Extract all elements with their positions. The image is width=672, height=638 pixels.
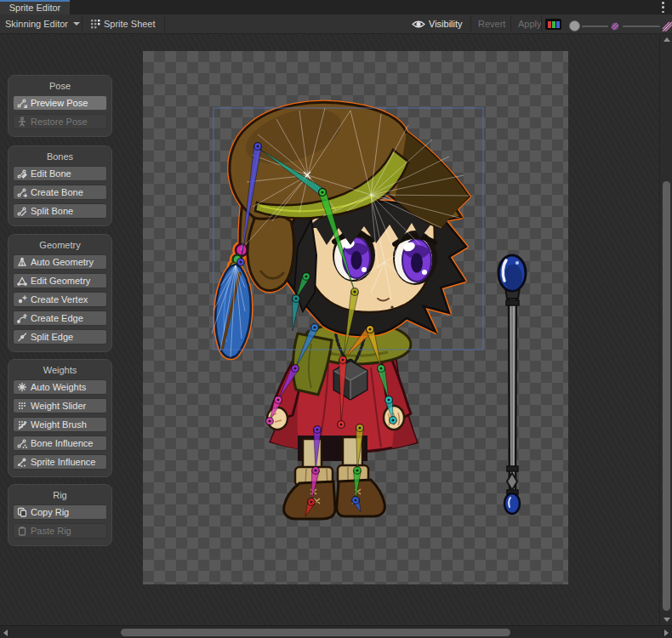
bone-joint-center [314, 469, 316, 471]
bone-color-swatch[interactable] [545, 19, 561, 30]
tool-group-title: Pose [9, 80, 111, 92]
create-edge-button[interactable]: Create Edge [13, 310, 107, 326]
tool-group-pose: PosePreview PoseRestore Pose [8, 75, 112, 137]
revert-button[interactable]: Revert [473, 14, 510, 33]
create-edge-icon [17, 313, 27, 323]
tool-button-label: Restore Pose [31, 117, 88, 127]
edit-geometry-icon [17, 276, 27, 286]
copy-rig-icon [17, 507, 27, 517]
tool-group-title: Weights [9, 364, 111, 376]
tool-button-label: Create Vertex [31, 294, 88, 305]
bone-joint-center [379, 367, 382, 369]
split-bone-button[interactable]: Split Bone [13, 203, 107, 219]
create-vertex-button[interactable]: Create Vertex [13, 292, 107, 307]
tab-sprite-editor[interactable]: Sprite Editor [0, 0, 70, 14]
auto-weights-icon [17, 382, 27, 392]
skinning-editor-dropdown[interactable]: Skinning Editor [0, 14, 85, 33]
sprite-influence-button[interactable]: Sprite Influence [13, 454, 107, 470]
edit-bone-button[interactable]: Edit Bone [13, 166, 107, 181]
staff-sprite[interactable] [498, 255, 526, 514]
split-bone-icon [17, 206, 27, 216]
auto-geometry-icon [17, 257, 27, 267]
tool-button-label: Preview Pose [31, 98, 88, 108]
tool-button-label: Weight Brush [31, 419, 87, 430]
bone-influence-button[interactable]: Bone Influence [13, 436, 107, 451]
weight-slider-icon [17, 401, 27, 411]
weight-slider-button[interactable]: Weight Slider [13, 398, 107, 413]
sprite-sheet-icon [90, 19, 100, 29]
auto-geometry-button[interactable]: Auto Geometry [13, 254, 107, 270]
vertical-scrollbar[interactable] [659, 34, 672, 625]
visibility-label: Visibility [429, 19, 463, 29]
eye-icon [412, 20, 425, 29]
tool-group-rig: RigCopy RigPaste Rig [8, 484, 112, 546]
tab-strip: Sprite Editor [0, 0, 672, 14]
bone-joint-center [313, 326, 316, 328]
chevron-down-icon [73, 22, 80, 26]
tool-group-geometry: GeometryAuto GeometryEdit GeometryCreate… [8, 234, 112, 352]
edit-bone-icon [17, 168, 27, 179]
toolbar: Skinning Editor Sprite Sheet Visibility … [0, 14, 672, 34]
tool-group-weights: WeightsAuto WeightsWeight SliderWeight B… [8, 359, 112, 477]
auto-weights-button[interactable]: Auto Weights [13, 379, 107, 395]
edit-geometry-button[interactable]: Edit Geometry [13, 273, 107, 288]
sprite-editor-window: Sprite Editor Skinning Editor Sprite She… [0, 0, 672, 638]
weight-brush-button[interactable]: Weight Brush [13, 417, 107, 432]
tool-group-title: Bones [9, 151, 111, 162]
bone-influence-icon [17, 438, 27, 448]
copy-rig-button[interactable]: Copy Rig [13, 504, 107, 520]
kebab-menu-icon[interactable] [662, 2, 665, 13]
create-vertex-icon [17, 294, 27, 305]
bone-joint-center [354, 498, 356, 501]
split-edge-button[interactable]: Split Edge [13, 329, 107, 345]
skinning-editor-canvas[interactable]: PosePreview PoseRestore PoseBonesEdit Bo… [0, 34, 659, 625]
tool-button-label: Edit Geometry [31, 276, 90, 286]
paste-rig-icon [17, 526, 27, 536]
bone-joint-center [316, 428, 318, 430]
preview-pose-button[interactable]: Preview Pose [13, 95, 107, 111]
mesh-opacity-slider-track[interactable] [623, 26, 660, 27]
bone-opacity-slider-track[interactable] [582, 26, 608, 27]
bone-joint-center [387, 398, 390, 401]
split-edge-icon [17, 332, 27, 342]
bone-joint-center [368, 328, 371, 330]
bone-joint-center [268, 419, 271, 422]
sprite-stage[interactable] [143, 51, 568, 584]
horizontal-scrollbar[interactable] [0, 625, 672, 638]
create-bone-icon [17, 187, 27, 197]
visibility-button[interactable]: Visibility [407, 14, 468, 33]
bone-joint-center [341, 358, 344, 361]
scroll-down-icon[interactable] [663, 618, 670, 622]
sprite-influence-icon [17, 457, 27, 467]
scroll-left-icon[interactable] [3, 629, 8, 636]
sprite-sheet-button[interactable]: Sprite Sheet [85, 14, 161, 33]
bone-joint-center [293, 367, 296, 369]
tool-button-label: Sprite Influence [31, 457, 95, 467]
paste-rig-button[interactable]: Paste Rig [13, 523, 107, 538]
bone-joint-center [321, 191, 323, 193]
weight-brush-icon [17, 419, 27, 430]
tool-button-label: Create Edge [31, 313, 83, 323]
horizontal-scrollbar-thumb[interactable] [121, 629, 510, 636]
tool-button-label: Edit Bone [31, 168, 71, 179]
tool-button-label: Copy Rig [31, 507, 69, 517]
bone-joint-center [339, 423, 342, 425]
mesh-opacity-icon [662, 21, 672, 31]
tool-group-title: Geometry [9, 239, 111, 251]
tool-button-label: Auto Weights [31, 382, 86, 392]
restore-pose-button[interactable]: Restore Pose [13, 114, 107, 129]
create-bone-button[interactable]: Create Bone [13, 185, 107, 200]
bone-joint-center [310, 500, 312, 503]
scroll-right-icon[interactable] [664, 629, 669, 636]
vertical-scrollbar-thumb[interactable] [663, 181, 670, 611]
bone-joint-center [256, 145, 259, 147]
bone[interactable] [293, 299, 300, 331]
bone-opacity-slider-knob[interactable] [569, 20, 580, 31]
tool-button-label: Weight Slider [31, 401, 86, 411]
restore-pose-icon [17, 117, 27, 127]
bone-joint-center [276, 398, 279, 401]
tool-button-label: Bone Influence [31, 438, 93, 448]
preview-pose-icon [17, 98, 27, 108]
scroll-up-icon[interactable] [663, 37, 670, 42]
bone-joint-center [391, 419, 394, 421]
